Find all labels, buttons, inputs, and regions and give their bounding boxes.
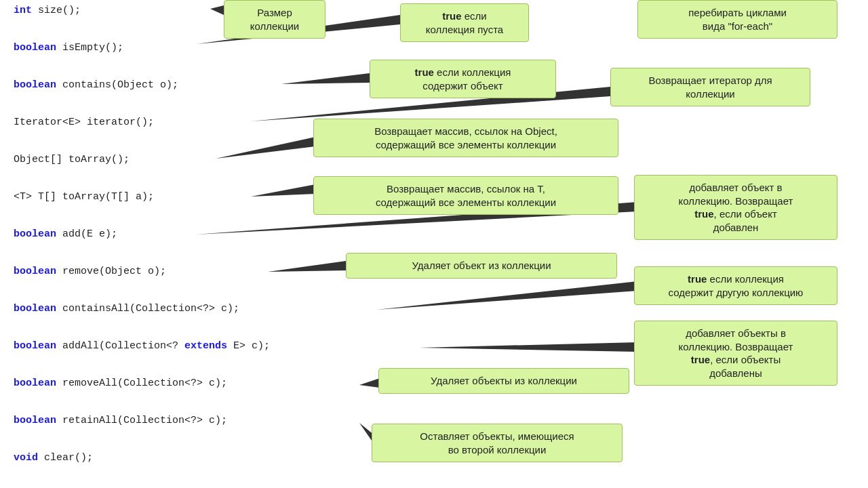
tooltip-add: добавляет объект вколлекцию. Возвращаетt… [634,175,837,240]
tooltip-forEach: перебирать цикламивида "for-each" [637,0,837,39]
code-area: int size();boolean isEmpty();boolean con… [0,0,380,488]
code-line-iterator: Iterator<E> iterator(); [7,112,154,133]
tooltip-isEmpty: true есликоллекция пуста [400,3,529,42]
connector-addAll [419,342,637,352]
tooltip-iterator: Возвращает итератор дляколлекции [610,68,810,106]
code-line-retainAll: boolean retainAll(Collection<?> c); [7,410,227,431]
tooltip-size: Размерколлекции [224,0,326,39]
tooltip-containsAll: true если коллекциясодержит другую колле… [634,266,837,305]
tooltip-toArray1: Возвращает массив, ссылок на Object,соде… [313,119,618,157]
code-line-containsAll: boolean containsAll(Collection<?> c); [7,298,239,319]
code-line-removeAll: boolean removeAll(Collection<?> c); [7,373,227,394]
code-line-clear: void clear(); [7,447,93,468]
code-line-remove: boolean remove(Object o); [7,261,166,282]
code-line-isEmpty: boolean isEmpty(); [7,37,123,58]
tooltip-retainAll: Оставляет объекты, имеющиесяво второй ко… [372,424,623,462]
code-line-toArray2: <T> T[] toArray(T[] a); [7,186,154,207]
code-line-add: boolean add(E e); [7,224,117,245]
tooltip-addAll: добавляет объекты вколлекцию. Возвращает… [634,321,837,386]
tooltip-toArray2: Возвращает массив, ссылок на T,содержащи… [313,176,618,215]
tooltip-removeAll: Удаляет объекты из коллекции [378,368,629,394]
connector-containsAll [376,281,637,310]
code-line-contains: boolean contains(Object o); [7,75,178,96]
code-line-toArray1: Object[] toArray(); [7,149,130,170]
tooltip-contains: true если коллекциясодержит объект [370,60,556,98]
code-line-size: int size(); [7,0,81,21]
code-line-addAll: boolean addAll(Collection<? extends E> c… [7,336,270,357]
tooltip-remove: Удаляет объект из коллекции [346,253,617,279]
